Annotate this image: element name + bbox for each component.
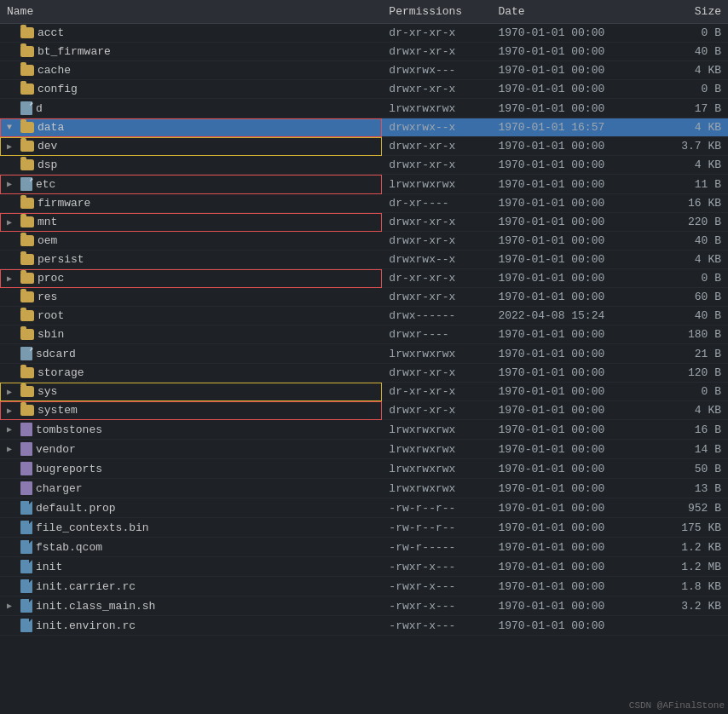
table-row[interactable]: ▶tombstoneslrwxrwxrwx1970-01-01 00:0016 … <box>0 420 728 440</box>
file-name: oem <box>38 234 57 247</box>
size-cell: 1.8 KB <box>637 577 728 596</box>
col-name[interactable]: Name <box>0 0 382 24</box>
table-row[interactable]: ▶init.class_main.sh-rwxr-x---1970-01-01 … <box>0 596 728 616</box>
file-name: charger <box>36 482 83 495</box>
file-icon <box>20 501 32 515</box>
table-row[interactable]: acctdr-xr-xr-x1970-01-01 00:000 B <box>0 24 728 43</box>
table-row[interactable]: resdrwxr-xr-x1970-01-01 00:0060 B <box>0 288 728 307</box>
name-cell: ▼data <box>0 118 382 137</box>
expand-arrow[interactable]: ▶ <box>7 424 17 435</box>
size-cell: 40 B <box>637 43 728 61</box>
table-row[interactable]: init.carrier.rc-rwxr-x---1970-01-01 00:0… <box>0 577 728 596</box>
table-row[interactable]: configdrwxr-xr-x1970-01-01 00:000 B <box>0 80 728 99</box>
date-cell: 1970-01-01 00:00 <box>491 194 637 213</box>
expand-arrow[interactable]: ▶ <box>7 387 17 397</box>
table-row[interactable]: default.prop-rw-r--r--1970-01-01 00:0095… <box>0 498 728 518</box>
file-name: tombstones <box>36 423 102 436</box>
table-row[interactable]: ▶procdr-xr-xr-x1970-01-01 00:000 B <box>0 269 728 288</box>
table-row[interactable]: dspdrwxr-xr-x1970-01-01 00:004 KB <box>0 156 728 175</box>
table-row[interactable]: fstab.qcom-rw-r-----1970-01-01 00:001.2 … <box>0 538 728 557</box>
table-row[interactable]: firmwaredr-xr----1970-01-01 00:0016 KB <box>0 194 728 213</box>
table-row[interactable]: ▶devdrwxr-xr-x1970-01-01 00:003.7 KB <box>0 137 728 156</box>
expand-arrow[interactable]: ▶ <box>7 601 17 611</box>
date-cell: 1970-01-01 00:00 <box>491 269 637 288</box>
table-row[interactable]: sbindrwxr----1970-01-01 00:00180 B <box>0 325 728 344</box>
expand-arrow[interactable]: ▶ <box>7 444 17 454</box>
table-row[interactable]: persistdrwxrwx--x1970-01-01 00:004 KB <box>0 250 728 269</box>
special-icon <box>20 442 32 456</box>
folder-icon <box>20 386 34 397</box>
special-icon <box>20 462 32 475</box>
folder-icon <box>20 254 34 265</box>
permissions-cell: lrwxrwxrwx <box>382 479 491 498</box>
table-row[interactable]: ▶mntdrwxr-xr-x1970-01-01 00:00220 B <box>0 213 728 232</box>
table-row[interactable]: file_contexts.bin-rw-r--r--1970-01-01 00… <box>0 518 728 538</box>
table-row[interactable]: ▼datadrwxrwx--x1970-01-01 16:574 KB <box>0 118 728 137</box>
expand-arrow[interactable]: ▶ <box>7 274 17 284</box>
size-cell <box>637 616 728 636</box>
table-row[interactable]: cachedrwxrwx---1970-01-01 00:004 KB <box>0 61 728 80</box>
permissions-cell: drwxr-xr-x <box>382 364 491 383</box>
folder-icon <box>20 83 34 95</box>
size-cell: 220 B <box>637 213 728 232</box>
table-row[interactable]: bt_firmwaredrwxr-xr-x1970-01-01 00:0040 … <box>0 43 728 61</box>
file-name: proc <box>38 272 64 285</box>
name-cell: ▶etc <box>0 175 382 194</box>
size-cell: 13 B <box>637 479 728 498</box>
file-icon <box>20 619 32 632</box>
table-row[interactable]: bugreportslrwxrwxrwx1970-01-01 00:0050 B <box>0 459 728 479</box>
table-row[interactable]: chargerlrwxrwxrwx1970-01-01 00:0013 B <box>0 479 728 498</box>
permissions-cell: -rwxr-x--- <box>382 596 491 616</box>
size-cell: 16 KB <box>637 194 728 213</box>
size-cell: 17 B <box>637 99 728 118</box>
table-row[interactable]: sdcardlrwxrwxrwx1970-01-01 00:0021 B <box>0 344 728 364</box>
col-size: Size <box>637 0 728 24</box>
file-name: bt_firmware <box>38 45 111 58</box>
permissions-cell: drwxrwx--x <box>382 118 491 137</box>
name-cell: oem <box>0 232 382 250</box>
permissions-cell: lrwxrwxrwx <box>382 440 491 459</box>
folder-icon <box>20 405 34 416</box>
date-cell: 1970-01-01 00:00 <box>491 616 637 636</box>
file-name: acct <box>38 26 64 39</box>
table-row[interactable]: ▶systemdrwxr-xr-x1970-01-01 00:004 KB <box>0 401 728 420</box>
expand-arrow[interactable]: ▶ <box>7 217 17 227</box>
table-row[interactable]: ▶etclrwxrwxrwx1970-01-01 00:0011 B <box>0 175 728 194</box>
date-cell: 1970-01-01 00:00 <box>491 99 637 118</box>
file-name: dev <box>38 140 57 153</box>
file-name: persist <box>38 253 84 266</box>
name-cell: sdcard <box>0 344 382 364</box>
expand-arrow[interactable]: ▶ <box>7 179 17 189</box>
date-cell: 1970-01-01 00:00 <box>491 577 637 596</box>
date-cell: 1970-01-01 00:00 <box>491 175 637 194</box>
date-cell: 1970-01-01 00:00 <box>491 213 637 232</box>
col-permissions: Permissions <box>382 0 491 24</box>
date-cell: 1970-01-01 00:00 <box>491 137 637 156</box>
name-cell: file_contexts.bin <box>0 518 382 538</box>
table-row[interactable]: dlrwxrwxrwx1970-01-01 00:0017 B <box>0 99 728 118</box>
table-row[interactable]: ▶sysdr-xr-xr-x1970-01-01 00:000 B <box>0 383 728 401</box>
date-cell: 1970-01-01 00:00 <box>491 288 637 307</box>
table-row[interactable]: storagedrwxr-xr-x1970-01-01 00:00120 B <box>0 364 728 383</box>
permissions-cell: drwxr-xr-x <box>382 288 491 307</box>
permissions-cell: drwxr---- <box>382 325 491 344</box>
expand-arrow[interactable]: ▼ <box>7 123 17 132</box>
table-row[interactable]: rootdrwx------2022-04-08 15:2440 B <box>0 307 728 325</box>
table-row[interactable]: init.environ.rc-rwxr-x---1970-01-01 00:0… <box>0 616 728 636</box>
permissions-cell: lrwxrwxrwx <box>382 420 491 440</box>
file-name: file_contexts.bin <box>36 521 149 534</box>
name-cell: storage <box>0 364 382 383</box>
date-cell: 1970-01-01 00:00 <box>491 43 637 61</box>
name-cell: init.environ.rc <box>0 616 382 636</box>
size-cell: 180 B <box>637 325 728 344</box>
expand-arrow[interactable]: ▶ <box>7 141 17 152</box>
table-row[interactable]: init-rwxr-x---1970-01-01 00:001.2 MB <box>0 557 728 577</box>
table-row[interactable]: ▶vendorlrwxrwxrwx1970-01-01 00:0014 B <box>0 440 728 459</box>
date-cell: 1970-01-01 00:00 <box>491 250 637 269</box>
permissions-cell: -rw-r--r-- <box>382 498 491 518</box>
table-row[interactable]: oemdrwxr-xr-x1970-01-01 00:0040 B <box>0 232 728 250</box>
expand-arrow[interactable]: ▶ <box>7 406 17 416</box>
size-cell: 120 B <box>637 364 728 383</box>
name-cell: persist <box>0 250 382 269</box>
file-name: root <box>38 309 64 322</box>
